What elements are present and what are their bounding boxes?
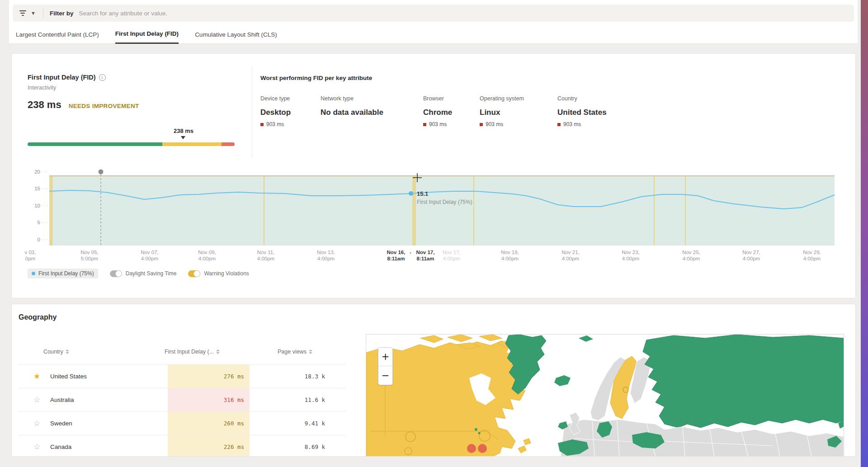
poor-square-icon — [423, 123, 426, 126]
fid-threshold-gauge — [28, 142, 235, 146]
toggle-switch-icon[interactable] — [110, 270, 122, 277]
gauge-warn-segment — [162, 142, 222, 146]
x-tick-hover-end: Nov 17,8:11am — [416, 250, 435, 261]
wp-col-browser: Browser Chrome 903 ms — [423, 95, 452, 127]
star-icon[interactable]: ★ — [33, 365, 40, 388]
x-tick-hover-start: Nov 16,8:11am — [387, 250, 406, 261]
fid-value-cell: 316 ms — [168, 388, 250, 411]
toggle-daylight-saving[interactable]: Daylight Saving Time — [110, 270, 177, 277]
x-tick: Nov 05,5:00pm — [80, 250, 99, 261]
x-tick: Nov 21,4:00pm — [561, 250, 580, 261]
map-dot-green — [478, 432, 481, 434]
y-tick: 5 — [38, 220, 40, 225]
tooltip-series: First Input Delay (75%) — [417, 199, 472, 205]
table-row-sweden[interactable]: ☆ Sweden 260 ms 9.41 k — [19, 412, 346, 435]
gauge-marker-arrow-icon — [181, 136, 185, 139]
fid-timeseries-chart[interactable]: 15.1 First Input Delay (75%) 20 15 10 5 … — [13, 162, 841, 267]
toggle-warning-violations[interactable]: Warning Violations — [188, 270, 249, 277]
map-zoom-control: + − — [378, 347, 393, 385]
worst-performing-title: Worst performing FID per key attribute — [260, 75, 372, 81]
world-map[interactable]: + − — [366, 334, 844, 457]
fid-card: First Input Delay (FID) i Interactivity … — [11, 53, 856, 298]
fid-value-cell: 260 ms — [168, 412, 250, 435]
toggle-switch-icon[interactable] — [188, 270, 200, 277]
fid-status-badge: NEEDS IMPROVEMENT — [69, 103, 139, 109]
geography-title: Geography — [19, 313, 57, 321]
map-zoom-in-button[interactable]: + — [378, 348, 392, 366]
filter-icon — [19, 10, 26, 16]
metric-tabs: Largest Contentful Paint (LCP) First Inp… — [9, 27, 858, 44]
wp-col-os: Operating system Linux 903 ms — [480, 95, 524, 127]
star-icon[interactable]: ☆ — [33, 388, 40, 411]
x-tick: Nov 09,4:00pm — [198, 250, 216, 261]
tab-fid[interactable]: First Input Delay (FID) — [115, 30, 179, 44]
col-header-country[interactable]: Country — [43, 349, 69, 355]
x-tick: Nov 07,4:00pm — [141, 250, 159, 261]
page-views-cell: 18.3 k — [266, 365, 325, 388]
poor-square-icon — [480, 123, 483, 126]
right-edge-gradient — [861, 0, 868, 467]
poor-square-icon — [557, 123, 561, 126]
wp-col-network-type: Network type No data available — [321, 95, 383, 121]
x-tick: Nov 17,4:00pm — [443, 250, 461, 261]
sort-icon[interactable] — [66, 349, 69, 354]
table-row-united-states[interactable]: ★ United States 276 ms 18.3 k — [19, 365, 346, 388]
gauge-marker-label: 238 ms — [165, 127, 202, 134]
x-tick: Nov 29,4:00pm — [803, 250, 821, 261]
filter-search-input[interactable] — [79, 10, 848, 17]
tooltip-value: 15.1 — [417, 190, 428, 197]
legend-item-fid[interactable]: First Input Delay (75%) — [28, 269, 98, 278]
chart-legend: First Input Delay (75%) Daylight Saving … — [28, 269, 249, 278]
wp-col-country: Country United States 903 ms — [557, 95, 607, 127]
sort-icon[interactable] — [309, 349, 312, 354]
x-tick: Nov 13,4:00pm — [317, 250, 335, 261]
x-tick: Nov 19,4:00pm — [501, 250, 519, 261]
map-svg — [366, 335, 844, 457]
page-views-cell: 9.41 k — [266, 412, 325, 435]
geography-card: Geography Country First Input Delay (...… — [11, 304, 856, 457]
col-header-fid[interactable]: First Input Delay (... — [165, 349, 220, 355]
timeseries-svg: 15.1 First Input Delay (75%) 20 15 10 5 … — [13, 162, 841, 267]
divider — [43, 8, 43, 18]
y-tick: 10 — [34, 203, 40, 208]
chevron-down-icon[interactable]: ▼ — [31, 10, 36, 16]
map-bubble-red[interactable] — [478, 444, 487, 453]
table-row-canada[interactable]: ☆ Canada 226 ms 8.69 k — [19, 435, 346, 457]
table-row-australia[interactable]: ☆ Australia 316 ms 11.6 k — [19, 388, 346, 412]
sort-icon[interactable] — [216, 349, 220, 354]
info-icon[interactable]: i — [99, 74, 106, 81]
x-tick: Nov 23,4:00pm — [622, 250, 640, 261]
tab-lcp[interactable]: Largest Contentful Paint (LCP) — [16, 31, 99, 43]
y-tick: 15 — [34, 186, 40, 191]
map-bubble-red[interactable] — [467, 444, 476, 453]
x-tick: Nov 25,4:00pm — [682, 250, 700, 261]
map-dot-green — [475, 428, 477, 431]
gauge-good-segment — [28, 142, 162, 146]
gauge-poor-segment — [222, 142, 235, 146]
y-tick: 0 — [38, 237, 40, 242]
fid-value-cell: 276 ms — [168, 365, 250, 388]
col-header-page-views[interactable]: Page views — [278, 349, 312, 355]
poor-square-icon — [260, 123, 264, 126]
star-icon[interactable]: ☆ — [33, 435, 40, 457]
x-tick-hover-separator: - — [410, 250, 411, 255]
star-icon[interactable]: ☆ — [33, 412, 40, 435]
series-dot-icon — [32, 272, 35, 275]
fid-title: First Input Delay (FID) — [28, 74, 96, 81]
divider — [252, 65, 252, 158]
fid-value-cell: 226 ms — [168, 435, 250, 457]
hover-point — [409, 191, 413, 196]
fid-subtitle: Interactivity — [28, 85, 56, 91]
x-tick: v 03,0pm — [25, 250, 36, 261]
page-views-cell: 11.6 k — [266, 388, 325, 411]
chart-area-band — [49, 176, 835, 245]
fid-value: 238 ms — [28, 99, 61, 111]
x-tick: Nov 11,4:00pm — [257, 250, 275, 261]
y-tick: 20 — [34, 169, 40, 175]
tab-cls[interactable]: Cumulative Layout Shift (CLS) — [195, 31, 277, 43]
map-zoom-out-button[interactable]: − — [378, 366, 392, 385]
filter-bar[interactable]: ▼ Filter by — [13, 5, 854, 22]
page-views-cell: 8.69 k — [266, 435, 325, 457]
wp-col-device-type: Device type Desktop 903 ms — [260, 95, 291, 127]
filter-by-label: Filter by — [50, 10, 74, 17]
